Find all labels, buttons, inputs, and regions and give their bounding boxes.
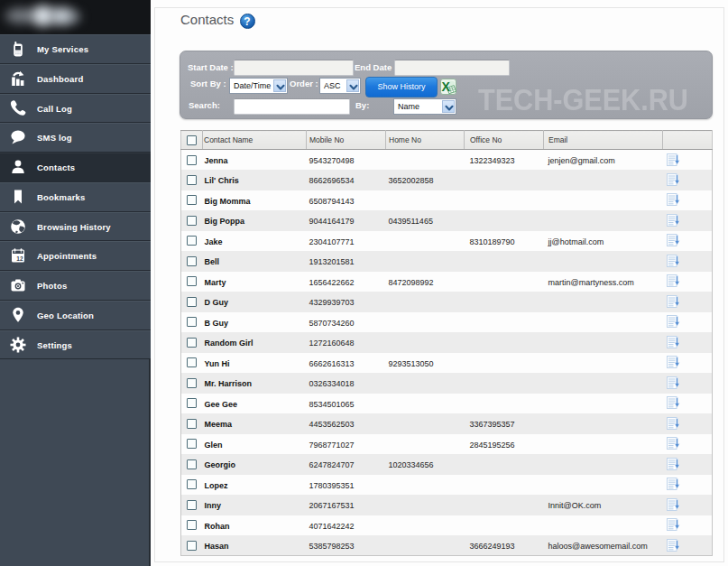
svg-text:X: X [442,79,451,94]
svg-text:12: 12 [16,255,23,262]
